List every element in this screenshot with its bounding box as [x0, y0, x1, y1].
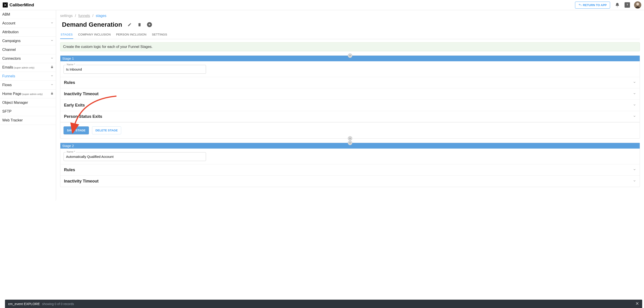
- accordion-rules[interactable]: Rules: [60, 164, 640, 176]
- sidebar-item-label: Account: [2, 21, 16, 25]
- tab-bar: STAGESCOMPANY INCLUSIONPERSON INCLUSIONS…: [60, 30, 640, 39]
- sidebar-item-attribution[interactable]: Attribution: [0, 28, 56, 37]
- insert-stage-after-button[interactable]: [348, 136, 352, 141]
- accordion-inactivity-timeout[interactable]: Inactivity Timeout: [60, 88, 640, 100]
- delete-stage-button[interactable]: DELETE STAGE: [92, 126, 121, 134]
- brand-logo-icon: [3, 2, 8, 8]
- chevron-down-icon: [633, 81, 636, 85]
- tab-stages[interactable]: STAGES: [60, 30, 73, 39]
- sidebar-item-label: Connectors: [2, 56, 21, 60]
- return-arrow-icon: [578, 4, 582, 6]
- stage-name-label: Name *: [66, 63, 76, 66]
- return-button-label: RETURN TO APP: [583, 4, 607, 7]
- accordion-title: Early Exits: [64, 103, 85, 108]
- lock-icon: [50, 92, 54, 96]
- tab-company-inclusion[interactable]: COMPANY INCLUSION: [78, 30, 111, 39]
- sidebar-item-campaigns[interactable]: Campaigns: [0, 37, 56, 46]
- sidebar-item-connectors[interactable]: Connectors: [0, 54, 56, 63]
- sidebar-item-label: ABM: [2, 12, 10, 16]
- sidebar-item-abm[interactable]: ABM: [0, 10, 56, 19]
- sidebar-item-label: Flows: [2, 83, 12, 87]
- tab-person-inclusion[interactable]: PERSON INCLUSION: [116, 30, 147, 39]
- notifications-icon[interactable]: [614, 2, 620, 8]
- settings-sidebar: ABMAccountAttributionCampaignsChannelCon…: [0, 10, 56, 200]
- brand-name: CaliberMind: [10, 2, 34, 8]
- breadcrumb-root[interactable]: settings: [60, 14, 72, 18]
- tab-settings[interactable]: SETTINGS: [152, 30, 168, 39]
- chevron-down-icon: [633, 168, 636, 172]
- svg-point-2: [636, 3, 639, 6]
- insert-stage-before-button[interactable]: [348, 53, 352, 58]
- accordion-inactivity-timeout[interactable]: Inactivity Timeout: [60, 176, 640, 187]
- stage-name-input[interactable]: [64, 65, 206, 74]
- sidebar-item-channel[interactable]: Channel: [0, 46, 56, 54]
- chevron-down-icon: [50, 56, 54, 60]
- accordion-rules[interactable]: Rules: [60, 77, 640, 88]
- accordion-title: Person Status Exits: [64, 114, 102, 119]
- accordion-title: Inactivity Timeout: [64, 179, 98, 184]
- accordion-title: Rules: [64, 80, 75, 85]
- stage-name-field: Name *: [64, 152, 206, 161]
- sidebar-item-label: Object Manager: [2, 101, 28, 105]
- help-icon[interactable]: ?: [624, 2, 630, 8]
- accordion-person-status-exits[interactable]: Person Status Exits: [60, 111, 640, 122]
- sidebar-item-label: Channel: [2, 48, 16, 52]
- chevron-down-icon: [633, 115, 636, 119]
- sidebar-item-funnels[interactable]: Funnels: [0, 72, 56, 81]
- page-title-row: Demand Generation: [62, 21, 640, 28]
- sidebar-item-label: Emails (super admin only): [2, 65, 34, 70]
- chevron-down-icon: [633, 92, 636, 96]
- edit-icon[interactable]: [127, 22, 132, 27]
- user-avatar[interactable]: [634, 1, 641, 8]
- accordion-early-exits[interactable]: Early Exits: [60, 100, 640, 111]
- main-content: settings / funnels / stages Demand Gener…: [56, 10, 644, 200]
- sidebar-item-emails[interactable]: Emails (super admin only): [0, 63, 56, 72]
- stage-card-2: Stage 2Name *RulesInactivity Timeout: [60, 143, 640, 187]
- page-title: Demand Generation: [62, 21, 122, 28]
- chevron-down-icon: [633, 103, 636, 108]
- stage-name-field: Name *: [64, 65, 206, 74]
- sidebar-item-home-page[interactable]: Home Page (super admin only): [0, 90, 56, 98]
- chevron-down-icon: [633, 179, 636, 184]
- sidebar-item-web-tracker[interactable]: Web Tracker: [0, 116, 56, 125]
- chevron-down-icon: [50, 83, 54, 87]
- svg-text:?: ?: [626, 4, 628, 6]
- stage-name-label: Name *: [66, 150, 76, 153]
- chevron-down-icon: [50, 21, 54, 25]
- sidebar-item-label: Campaigns: [2, 39, 20, 43]
- breadcrumb-parent[interactable]: funnels: [78, 14, 90, 18]
- sidebar-item-label: Attribution: [2, 30, 18, 34]
- chevron-down-icon: [50, 74, 54, 78]
- stage-card-1: Stage 1Name *RulesInactivity TimeoutEarl…: [60, 56, 640, 138]
- sidebar-item-flows[interactable]: Flows: [0, 81, 56, 90]
- delete-icon[interactable]: [137, 22, 142, 27]
- save-stage-button[interactable]: SAVE STAGE: [64, 126, 89, 134]
- return-to-app-button[interactable]: RETURN TO APP: [575, 2, 610, 8]
- sidebar-item-account[interactable]: Account: [0, 19, 56, 28]
- explore-icon[interactable]: [147, 22, 152, 27]
- sidebar-item-label: Funnels: [2, 74, 15, 78]
- sidebar-item-label: SFTP: [2, 110, 12, 114]
- sidebar-item-object-manager[interactable]: Object Manager: [0, 98, 56, 107]
- breadcrumb-current: stages: [96, 14, 106, 18]
- lock-icon: [50, 65, 54, 70]
- stage-name-input[interactable]: [64, 152, 206, 161]
- sidebar-item-label: Home Page (super admin only): [2, 92, 43, 96]
- sidebar-item-sftp[interactable]: SFTP: [0, 107, 56, 116]
- accordion-title: Rules: [64, 168, 75, 172]
- breadcrumb: settings / funnels / stages: [60, 14, 640, 18]
- sidebar-item-label: Web Tracker: [2, 118, 22, 122]
- accordion-title: Inactivity Timeout: [64, 92, 98, 96]
- info-banner: Create the custom logic for each of your…: [60, 42, 640, 51]
- insert-stage-before-button[interactable]: [348, 141, 352, 145]
- brand: CaliberMind: [3, 2, 34, 8]
- chevron-down-icon: [50, 39, 54, 43]
- app-header: CaliberMind RETURN TO APP ?: [0, 0, 644, 10]
